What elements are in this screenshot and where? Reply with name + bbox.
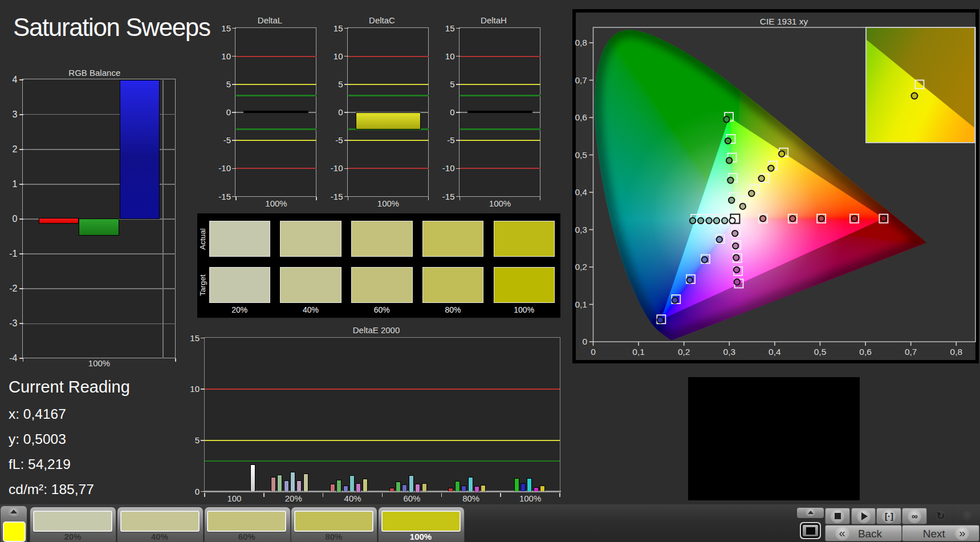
svg-text:0: 0 xyxy=(582,337,587,346)
svg-text:0,3: 0,3 xyxy=(723,347,736,357)
svg-text:0,5: 0,5 xyxy=(814,347,827,357)
svg-text:0,7: 0,7 xyxy=(905,347,917,357)
svg-text:0,4: 0,4 xyxy=(768,347,781,357)
svg-text:0,2: 0,2 xyxy=(575,262,587,272)
svg-text:0,7: 0,7 xyxy=(575,75,587,85)
svg-text:0,4: 0,4 xyxy=(575,187,587,197)
svg-text:0,8: 0,8 xyxy=(950,347,963,357)
svg-text:0,6: 0,6 xyxy=(575,112,587,122)
svg-text:0,8: 0,8 xyxy=(575,38,587,47)
svg-text:0,5: 0,5 xyxy=(575,150,587,160)
svg-text:CIE 1931 xy: CIE 1931 xy xyxy=(760,17,808,26)
svg-text:0,1: 0,1 xyxy=(575,300,587,309)
svg-text:0,3: 0,3 xyxy=(575,225,587,234)
svg-text:0: 0 xyxy=(591,347,596,357)
svg-text:0,2: 0,2 xyxy=(678,347,690,357)
svg-text:0,1: 0,1 xyxy=(632,347,645,357)
svg-text:0,6: 0,6 xyxy=(859,347,872,357)
